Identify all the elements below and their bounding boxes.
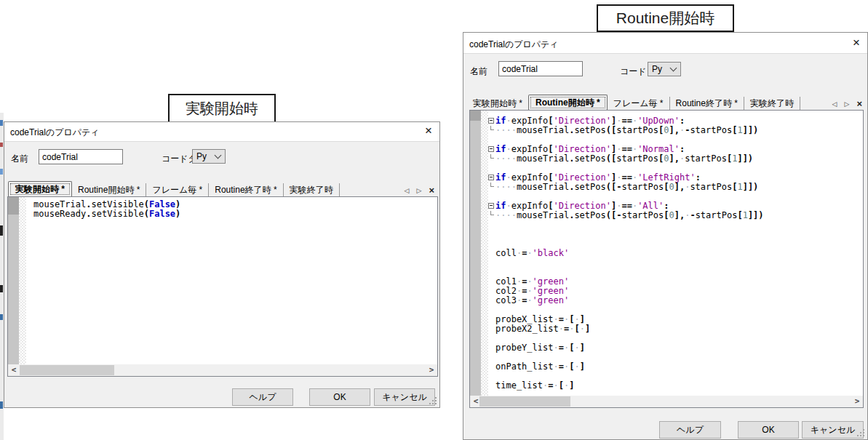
resize-grip[interactable] xyxy=(863,435,864,436)
fold-spacer xyxy=(488,324,495,334)
tab-scroll-right-icon[interactable]: ▷ xyxy=(844,100,849,108)
gutter-marker xyxy=(470,111,481,121)
code-type-value: Py xyxy=(648,64,671,74)
code-line: col3·=·'green' xyxy=(488,296,862,305)
titlebar: codeTrialのプロパティ × xyxy=(463,33,867,54)
resize-grip[interactable] xyxy=(435,403,437,404)
fold-spacer xyxy=(488,353,495,362)
ok-button[interactable]: OK xyxy=(738,421,799,439)
fold-spacer xyxy=(488,135,495,145)
name-input[interactable] xyxy=(39,149,123,164)
fold-spacer xyxy=(488,296,495,305)
close-icon[interactable]: × xyxy=(853,36,860,49)
horizontal-scrollbar[interactable]: < > xyxy=(8,364,437,376)
code-properties-dialog-left: codeTrialのプロパティ × 名前 コードタイプ Py 実験開始時 *Ro… xyxy=(4,121,440,408)
ok-button[interactable]: OK xyxy=(309,388,370,406)
code-editor-panel: if·expInfo['Direction']·==·'UpDown':····… xyxy=(469,110,864,408)
fold-collapse-icon[interactable] xyxy=(488,145,495,154)
code-line: ····mouseTrial.setPos([startPos[0],·-sta… xyxy=(488,126,862,135)
code-area[interactable]: if·expInfo['Direction']·==·'UpDown':····… xyxy=(488,111,862,396)
tab-0[interactable]: 実験開始時 * xyxy=(467,97,528,111)
fold-collapse-icon[interactable] xyxy=(488,116,495,126)
code-line xyxy=(488,230,862,239)
fold-spacer xyxy=(488,287,495,296)
dialog-title: codeTrialのプロパティ xyxy=(469,39,559,51)
tab-4[interactable]: 実験終了時 xyxy=(744,97,800,111)
tab-nav: ◁ ▷ × xyxy=(405,187,436,197)
fold-collapse-icon[interactable] xyxy=(488,173,495,183)
code-line: probeX2_list·=·[·] xyxy=(488,324,862,334)
close-icon[interactable]: × xyxy=(425,124,432,137)
tab-2[interactable]: フレーム毎 * xyxy=(608,97,670,111)
help-button[interactable]: ヘルプ xyxy=(232,388,293,406)
fold-spacer xyxy=(488,239,495,249)
horizontal-scrollbar[interactable]: < > xyxy=(470,396,863,407)
fold-margin xyxy=(481,111,488,396)
fold-line-icon xyxy=(488,154,495,164)
code-line: ····mouseTrial.setPos([-startPos[0],·sta… xyxy=(488,183,862,192)
name-input[interactable] xyxy=(498,61,583,76)
caption-experiment-start: 実験開始時 xyxy=(168,94,276,123)
fold-spacer xyxy=(488,192,495,201)
cancel-button[interactable]: キャンセル xyxy=(374,388,435,406)
code-line: coll·=·'black' xyxy=(488,249,862,258)
code-area[interactable]: mouseTrial.setVisible(False)mouseReady.s… xyxy=(26,197,437,364)
tab-3[interactable]: Routine終了時 * xyxy=(670,97,744,111)
fold-spacer xyxy=(488,258,495,268)
code-editor-panel: mouseTrial.setVisible(False)mouseReady.s… xyxy=(7,196,438,377)
fold-spacer xyxy=(488,268,495,277)
name-label: 名前 xyxy=(11,153,28,165)
fold-spacer xyxy=(488,362,495,372)
tab-0[interactable]: 実験開始時 * xyxy=(8,181,72,197)
tab-3[interactable]: Routine終了時 * xyxy=(209,183,283,197)
fold-spacer xyxy=(488,305,495,315)
code-properties-dialog-right: codeTrialのプロパティ × 名前 コードタイプ Py 実験開始時 *Ro… xyxy=(463,32,868,440)
chevron-down-icon xyxy=(670,65,677,72)
fold-margin xyxy=(19,197,26,364)
editor-gutter xyxy=(8,197,19,364)
tab-scroll-right-icon[interactable]: ▷ xyxy=(416,187,421,194)
fold-spacer xyxy=(488,334,495,343)
scroll-right-icon[interactable]: > xyxy=(852,396,862,407)
code-line xyxy=(488,220,862,230)
chevron-down-icon xyxy=(215,152,222,159)
fold-line-icon xyxy=(488,126,495,135)
tab-2[interactable]: フレーム毎 * xyxy=(146,183,209,197)
fold-spacer xyxy=(488,372,495,381)
tab-1[interactable]: Routine開始時 * xyxy=(528,95,608,111)
gutter-marker xyxy=(8,197,19,215)
tab-scroll-left-icon[interactable]: ◁ xyxy=(405,187,410,194)
tab-scroll-left-icon[interactable]: ◁ xyxy=(832,100,837,108)
tab-bar: 実験開始時 *Routine開始時 *フレーム毎 *Routine終了時 *実験… xyxy=(467,95,864,111)
scrollbar-thumb[interactable] xyxy=(20,365,114,375)
scroll-left-icon[interactable]: < xyxy=(9,364,19,376)
tab-close-icon[interactable]: × xyxy=(856,100,862,108)
titlebar: codeTrialのプロパティ × xyxy=(4,122,439,142)
fold-line-icon xyxy=(488,183,495,192)
fold-line-icon xyxy=(488,211,495,220)
fold-spacer xyxy=(488,220,495,230)
cancel-button[interactable]: キャンセル xyxy=(802,421,864,439)
fold-spacer xyxy=(488,249,495,258)
scrollbar-thumb[interactable] xyxy=(479,396,570,407)
tab-1[interactable]: Routine開始時 * xyxy=(72,183,146,197)
editor-gutter xyxy=(470,111,481,396)
fold-spacer xyxy=(26,209,33,219)
code-type-dropdown[interactable]: Py xyxy=(648,62,681,76)
fold-spacer xyxy=(488,230,495,239)
tab-4[interactable]: 実験終了時 xyxy=(284,183,340,197)
tab-close-icon[interactable]: × xyxy=(429,187,434,194)
fold-spacer xyxy=(488,277,495,287)
name-label: 名前 xyxy=(470,65,487,78)
fold-spacer xyxy=(26,200,33,209)
code-line: time_list·=·[·] xyxy=(488,381,862,391)
code-line: ····mouseTrial.setPos([startPos[0],·star… xyxy=(488,154,862,164)
help-button[interactable]: ヘルプ xyxy=(659,421,721,439)
code-line: ····mouseTrial.setPos([-startPos[0],·-st… xyxy=(488,211,862,220)
scroll-right-icon[interactable]: > xyxy=(426,364,437,376)
fold-collapse-icon[interactable] xyxy=(488,201,495,211)
caption-routine-start: Routine開始時 xyxy=(597,4,734,32)
code-line: probeY_list·=·[·] xyxy=(488,343,862,353)
code-type-dropdown[interactable]: Py xyxy=(192,149,226,164)
code-type-value: Py xyxy=(193,151,215,161)
